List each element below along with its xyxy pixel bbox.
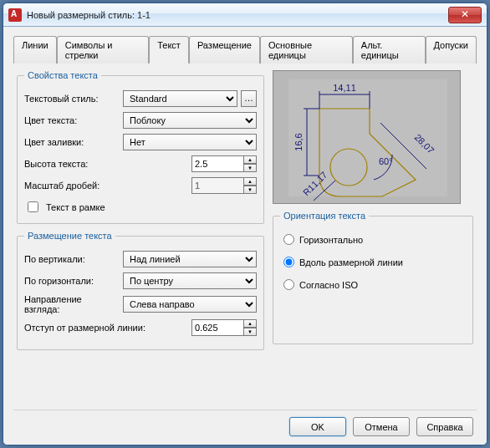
legend-text-placement: Размещение текста bbox=[24, 231, 115, 241]
label-text-height: Высота текста: bbox=[24, 159, 118, 169]
spin-up-icon[interactable]: ▲ bbox=[243, 177, 257, 186]
input-text-height[interactable] bbox=[191, 155, 243, 172]
preview-dim-left: 16,6 bbox=[293, 133, 304, 150]
tab-symbols[interactable]: Символы и стрелки bbox=[57, 36, 149, 64]
combo-vertical[interactable]: Над линией bbox=[123, 251, 257, 267]
cancel-button[interactable]: Отмена bbox=[353, 417, 410, 436]
radio-iso[interactable] bbox=[283, 279, 294, 290]
combo-text-style[interactable]: Standard bbox=[123, 90, 237, 107]
spin-down-icon[interactable]: ▼ bbox=[243, 164, 257, 172]
combo-fill-color[interactable]: Нет bbox=[123, 134, 257, 150]
input-offset[interactable] bbox=[191, 319, 243, 336]
legend-orientation: Ориентация текста bbox=[280, 211, 369, 221]
combo-text-color[interactable]: Поблоку bbox=[123, 112, 257, 129]
window-title: Новый размерный стиль: 1-1 bbox=[27, 10, 448, 20]
ok-button[interactable]: OK bbox=[289, 417, 346, 436]
group-text-placement: Размещение текста По вертикали: Над лини… bbox=[17, 231, 264, 350]
legend-text-properties: Свойства текста bbox=[24, 70, 101, 80]
combo-horizontal[interactable]: По центру bbox=[123, 272, 257, 289]
tab-alt-units[interactable]: Альт. единицы bbox=[353, 36, 426, 64]
app-icon bbox=[8, 8, 22, 22]
spinner-fraction-scale[interactable]: ▲▼ bbox=[191, 177, 257, 194]
label-orient-horizontal: Горизонтально bbox=[299, 235, 363, 245]
radio-aligned[interactable] bbox=[283, 257, 294, 267]
input-fraction-scale[interactable] bbox=[191, 177, 243, 194]
dimension-preview: 14,11 16,6 28,07 R11,17 bbox=[273, 70, 461, 204]
tab-text[interactable]: Текст bbox=[149, 36, 189, 64]
tab-strip: Линии Символы и стрелки Текст Размещение… bbox=[13, 35, 477, 64]
label-orient-iso: Согласно ISO bbox=[299, 280, 358, 290]
close-button[interactable]: ✕ bbox=[448, 7, 482, 23]
label-view-direction: Направление взгляда: bbox=[24, 294, 118, 314]
label-text-style: Текстовый стиль: bbox=[24, 94, 118, 104]
tab-tolerances[interactable]: Допуски bbox=[426, 36, 477, 64]
spin-up-icon[interactable]: ▲ bbox=[243, 319, 257, 328]
label-orient-aligned: Вдоль размерной линии bbox=[299, 257, 403, 267]
help-button[interactable]: Справка bbox=[416, 417, 473, 436]
spin-down-icon[interactable]: ▼ bbox=[243, 186, 257, 194]
spinner-offset[interactable]: ▲▼ bbox=[191, 319, 257, 336]
tab-lines[interactable]: Линии bbox=[13, 36, 57, 64]
tab-primary-units[interactable]: Основные единицы bbox=[260, 36, 353, 64]
titlebar[interactable]: Новый размерный стиль: 1-1 ✕ bbox=[3, 3, 487, 27]
spin-down-icon[interactable]: ▼ bbox=[243, 328, 257, 336]
dialog-body: Линии Символы и стрелки Текст Размещение… bbox=[3, 27, 487, 445]
preview-dim-angle: 60° bbox=[379, 156, 393, 166]
label-vertical: По вертикали: bbox=[24, 254, 118, 264]
combo-view-direction[interactable]: Слева направо bbox=[123, 296, 257, 313]
button-bar: OK Отмена Справка bbox=[13, 410, 477, 436]
label-text-color: Цвет текста: bbox=[24, 115, 118, 125]
button-text-style-browse[interactable]: … bbox=[241, 90, 257, 107]
spin-up-icon[interactable]: ▲ bbox=[243, 155, 257, 164]
label-text-frame: Текст в рамке bbox=[46, 202, 105, 212]
label-offset: Отступ от размерной линии: bbox=[24, 323, 166, 333]
tab-page-text: Свойства текста Текстовый стиль: Standar… bbox=[13, 64, 477, 410]
preview-dim-top: 14,11 bbox=[333, 83, 356, 93]
label-fill-color: Цвет заливки: bbox=[24, 137, 118, 147]
tab-fit[interactable]: Размещение bbox=[189, 36, 260, 64]
dialog-window: Новый размерный стиль: 1-1 ✕ Линии Симво… bbox=[3, 3, 487, 445]
label-fraction-scale: Масштаб дробей: bbox=[24, 181, 118, 191]
radio-horizontal[interactable] bbox=[283, 234, 294, 245]
label-horizontal: По горизонтали: bbox=[24, 276, 118, 286]
checkbox-text-frame[interactable] bbox=[28, 201, 38, 212]
group-text-orientation: Ориентация текста Горизонтально Вдоль ра… bbox=[273, 211, 473, 344]
spinner-text-height[interactable]: ▲▼ bbox=[191, 155, 257, 172]
group-text-properties: Свойства текста Текстовый стиль: Standar… bbox=[17, 70, 264, 224]
